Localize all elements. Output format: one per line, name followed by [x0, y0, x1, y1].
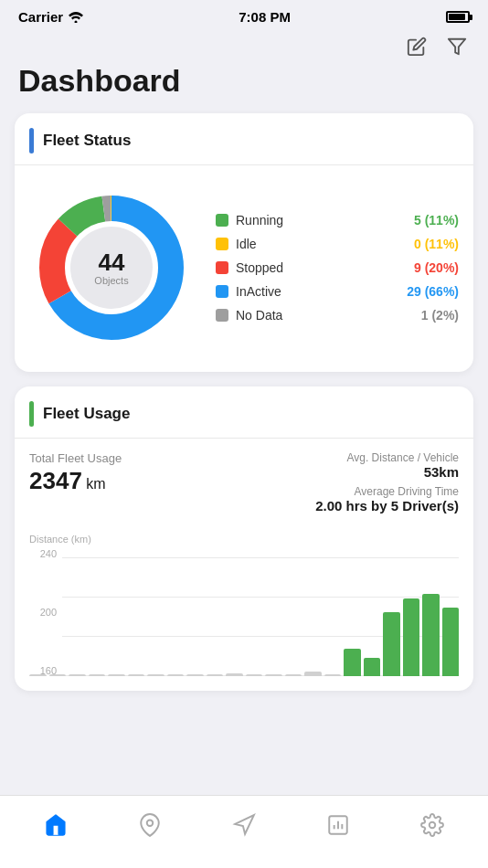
legend-dot: [216, 214, 228, 227]
page-title: Dashboard: [0, 59, 488, 113]
donut-center: 44 Objects: [70, 227, 153, 309]
svg-marker-8: [235, 815, 254, 834]
bar: [207, 674, 224, 676]
carrier-text: Carrier: [18, 9, 83, 25]
bar: [49, 674, 67, 676]
bar: [442, 608, 460, 676]
svg-point-0: [75, 20, 78, 23]
bars-container: [29, 557, 459, 676]
bar-chart: Distance (km) 240200160: [29, 534, 459, 676]
bar: [364, 658, 381, 676]
legend-dot: [216, 238, 228, 250]
edit-button[interactable]: [404, 34, 430, 59]
svg-point-13: [429, 821, 435, 828]
bar: [344, 649, 361, 676]
legend-item: No Data 1 (2%): [216, 308, 459, 323]
home-icon: [44, 813, 68, 837]
avg-distance-stat: Avg. Distance / Vehicle 53km: [315, 451, 459, 480]
bar: [265, 674, 282, 676]
svg-point-7: [147, 820, 154, 826]
bar: [89, 674, 106, 676]
status-bar: Carrier 7:08 PM: [0, 0, 488, 29]
divider: [15, 164, 473, 165]
bar: [147, 674, 164, 676]
bar: [226, 673, 243, 676]
avg-distance-value: 53km: [315, 464, 459, 480]
location-icon: [138, 813, 162, 837]
fleet-usage-title: Fleet Usage: [43, 405, 130, 423]
legend-value: 5 (11%): [414, 213, 459, 228]
legend-item: Running 5 (11%): [216, 213, 459, 228]
bar: [246, 674, 263, 676]
nav-reports[interactable]: [291, 806, 385, 844]
nav-home[interactable]: [9, 806, 103, 844]
total-usage-stat: Total Fleet Usage 2347 km: [29, 451, 122, 519]
legend-value: 9 (20%): [414, 260, 459, 275]
bar: [422, 594, 440, 676]
wifi-icon: [69, 12, 83, 23]
bar: [167, 674, 185, 676]
fleet-status-title: Fleet Status: [43, 132, 131, 150]
fleet-usage-accent: [29, 401, 34, 427]
legend-name: Running: [236, 213, 407, 228]
donut-chart: 44 Objects: [29, 185, 194, 350]
fleet-usage-stats: Total Fleet Usage 2347 km Avg. Distance …: [29, 451, 459, 519]
legend-value: 1 (2%): [421, 308, 459, 323]
header-actions: [0, 29, 488, 59]
bar: [186, 674, 204, 676]
avg-time-label: Average Driving Time: [315, 485, 459, 498]
legend-dot: [216, 285, 228, 298]
bar: [69, 674, 86, 676]
filter-button[interactable]: [444, 34, 470, 59]
nav-settings[interactable]: [385, 806, 479, 844]
avg-stats: Avg. Distance / Vehicle 53km Average Dri…: [315, 451, 459, 519]
bar: [403, 598, 420, 676]
legend-name: InActive: [236, 284, 399, 299]
donut-number: 44: [99, 249, 125, 276]
battery-icon: [446, 11, 470, 23]
bar: [29, 674, 47, 676]
fleet-status-card: Fleet Status 44 Objects: [15, 113, 473, 372]
legend-item: Stopped 9 (20%): [216, 260, 459, 275]
chart-y-label: Distance (km): [29, 534, 459, 545]
avg-time-value: 2.00 hrs by 5 Driver(s): [315, 498, 459, 513]
legend-name: No Data: [236, 308, 414, 323]
legend-name: Stopped: [236, 260, 407, 275]
fleet-status-accent: [29, 128, 34, 153]
legend-dot: [216, 261, 228, 274]
bar: [285, 674, 302, 676]
battery-area: [446, 11, 470, 23]
fleet-status-body: 44 Objects Running 5 (11%) Idle 0 (11%) …: [29, 178, 459, 357]
legend-name: Idle: [236, 237, 407, 251]
fleet-usage-header: Fleet Usage: [29, 401, 459, 427]
fleet-usage-card: Fleet Usage Total Fleet Usage 2347 km Av…: [15, 386, 473, 691]
avg-time-stat: Average Driving Time 2.00 hrs by 5 Drive…: [315, 485, 459, 513]
legend-item: Idle 0 (11%): [216, 237, 459, 251]
bottom-nav: [0, 795, 488, 868]
avg-distance-label: Avg. Distance / Vehicle: [315, 451, 459, 464]
bar: [324, 674, 342, 676]
svg-marker-1: [449, 39, 465, 55]
nav-location[interactable]: [103, 806, 197, 844]
legend-dot: [216, 309, 228, 322]
total-usage-value: 2347 km: [29, 467, 122, 495]
legend-value: 29 (66%): [407, 284, 459, 299]
divider2: [15, 438, 473, 439]
bar: [304, 672, 322, 676]
fleet-status-header: Fleet Status: [29, 128, 459, 153]
legend-item: InActive 29 (66%): [216, 284, 459, 299]
bar: [108, 674, 125, 676]
status-time: 7:08 PM: [239, 9, 291, 25]
legend-value: 0 (11%): [414, 237, 459, 251]
settings-icon: [420, 813, 444, 837]
donut-label: Objects: [94, 275, 128, 286]
reports-icon: [326, 813, 350, 837]
bar: [128, 674, 145, 676]
bar: [383, 612, 400, 676]
nav-navigate[interactable]: [197, 806, 292, 844]
fleet-legend: Running 5 (11%) Idle 0 (11%) Stopped 9 (…: [216, 213, 459, 323]
total-usage-label: Total Fleet Usage: [29, 451, 122, 465]
navigation-icon: [232, 813, 256, 837]
